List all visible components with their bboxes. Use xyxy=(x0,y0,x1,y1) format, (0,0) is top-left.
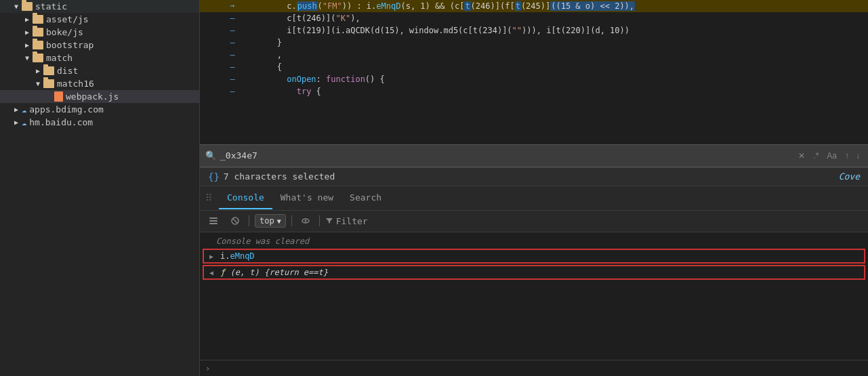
main-panel: → c.push("FM")) : i.eMnqD(s, 1) && (c[t(… xyxy=(200,0,868,376)
code-text: eMnqD xyxy=(230,251,254,261)
sidebar-item-hmbaidu[interactable]: ☁ hm.baidu.com xyxy=(0,116,199,129)
folder-icon xyxy=(33,54,43,62)
status-left: {} 7 characters selected xyxy=(208,171,335,182)
sidebar-item-label: dist xyxy=(57,66,78,76)
svg-line-4 xyxy=(233,219,237,223)
code-line: – } xyxy=(200,37,868,49)
code-content: onOpen: function() { xyxy=(238,73,863,85)
sidebar: static asset/js boke/js bootstrap match … xyxy=(0,0,200,376)
sidebar-item-label: match16 xyxy=(57,79,94,89)
code-line: – i[t(219)](i.aQCDK(d(15), window.md5(c[… xyxy=(200,24,868,37)
separator xyxy=(291,215,292,226)
console-code: ƒ (e, t) {return e==t} xyxy=(220,268,328,277)
format-icon: {} xyxy=(208,171,220,182)
status-bar: {} 7 characters selected Cove xyxy=(200,167,868,186)
arrow-icon xyxy=(22,54,33,62)
code-text: ƒ xyxy=(220,268,225,277)
filter-icon xyxy=(325,217,333,225)
arrow-icon xyxy=(22,41,33,49)
sidebar-item-bootstrap[interactable]: bootstrap xyxy=(0,39,199,51)
sidebar-item-match16[interactable]: match16 xyxy=(0,77,199,90)
search-bar: 🔍 ✕ .* Aa ↑ ↓ xyxy=(200,144,868,167)
arrow-icon xyxy=(22,28,33,36)
code-text: (e, t) {return e==t} xyxy=(230,268,328,277)
clear-console-button[interactable] xyxy=(227,214,243,228)
line-arrow: – xyxy=(227,73,238,85)
dropdown-arrow-icon: ▼ xyxy=(277,217,281,225)
code-line: – onOpen: function() { xyxy=(200,73,868,85)
code-content: } xyxy=(238,37,863,49)
search-prev-button[interactable]: ↑ xyxy=(842,150,852,162)
console-toolbar: top ▼ Filter xyxy=(200,211,868,232)
line-arrow: – xyxy=(227,85,238,98)
separator xyxy=(319,215,320,226)
sidebar-item-label: asset/js xyxy=(46,14,89,24)
code-content: c[t(246)]("K"), xyxy=(238,12,863,24)
tab-whatsnew[interactable]: What's new xyxy=(272,187,342,209)
svg-rect-2 xyxy=(209,223,218,224)
folder-icon xyxy=(33,41,43,49)
svg-point-6 xyxy=(304,220,306,222)
sidebar-toggle-button[interactable] xyxy=(205,214,222,228)
sidebar-item-webpackjs[interactable]: webpack.js xyxy=(0,90,199,103)
folder-icon xyxy=(33,28,43,37)
search-icon: 🔍 xyxy=(205,150,216,161)
case-button[interactable]: Aa xyxy=(824,150,840,162)
sidebar-item-appsbaidu[interactable]: ☁ apps.bdimg.com xyxy=(0,103,199,116)
sidebar-item-bokejs[interactable]: boke/js xyxy=(0,26,199,39)
coverage-label: Cove xyxy=(839,171,860,182)
top-selector[interactable]: top ▼ xyxy=(255,214,286,228)
cloud-icon: ☁ xyxy=(22,105,26,114)
arrow-icon xyxy=(11,119,22,126)
top-label: top xyxy=(260,216,274,226)
chars-selected-text: 7 characters selected xyxy=(224,171,335,182)
console-cleared-msg: Console was cleared xyxy=(200,235,868,247)
sidebar-item-dist[interactable]: dist xyxy=(0,64,199,77)
sidebar-item-label: hm.baidu.com xyxy=(29,117,93,127)
regex-button[interactable]: .* xyxy=(810,150,821,162)
devtools-tabs: ⠿ Console What's new Search xyxy=(200,186,868,211)
line-arrow: – xyxy=(227,61,238,73)
code-line: – c[t(246)]("K"), xyxy=(200,12,868,24)
console-code: i.eMnqD xyxy=(220,251,255,261)
eye-icon-button[interactable] xyxy=(297,214,314,228)
svg-rect-1 xyxy=(209,220,218,222)
console-row-emnqd[interactable]: ▶ i.eMnqD xyxy=(203,249,865,264)
separator xyxy=(249,215,249,226)
tab-search[interactable]: Search xyxy=(342,187,390,209)
tab-console[interactable]: Console xyxy=(219,187,272,209)
arrow-icon xyxy=(33,80,43,87)
sidebar-item-assetjs[interactable]: asset/js xyxy=(0,13,199,26)
search-controls: ✕ .* Aa ↑ ↓ xyxy=(795,150,863,162)
sidebar-item-label: boke/js xyxy=(46,27,83,37)
code-line: → c.push("FM")) : i.eMnqD(s, 1) && (c[t(… xyxy=(200,0,868,12)
line-arrow: → xyxy=(227,0,238,12)
sidebar-item-label: static xyxy=(35,1,67,12)
collapse-arrow-icon: ◀ xyxy=(209,269,218,276)
expand-arrow-icon: ▶ xyxy=(209,253,218,260)
code-line: – try { xyxy=(200,85,868,98)
line-arrow: – xyxy=(227,24,238,37)
console-row-function[interactable]: ◀ ƒ (e, t) {return e==t} xyxy=(203,265,865,280)
code-content: c.push("FM")) : i.eMnqD(s, 1) && (c[t(24… xyxy=(238,0,863,12)
folder-icon xyxy=(43,79,54,88)
folder-icon xyxy=(22,2,33,11)
arrow-icon xyxy=(33,67,43,75)
svg-rect-0 xyxy=(209,217,218,219)
code-content: , xyxy=(238,49,863,61)
search-input[interactable] xyxy=(220,150,791,161)
clear-search-button[interactable]: ✕ xyxy=(795,150,808,162)
prompt-icon: › xyxy=(205,364,210,373)
code-line: – , xyxy=(200,49,868,61)
sidebar-item-label: match xyxy=(46,53,73,63)
code-text: i. xyxy=(220,251,230,261)
sidebar-item-match[interactable]: match xyxy=(0,51,199,64)
cloud-icon: ☁ xyxy=(22,118,26,127)
file-icon xyxy=(54,91,63,102)
sidebar-item-static[interactable]: static xyxy=(0,0,199,13)
sidebar-item-label: apps.bdimg.com xyxy=(29,104,104,114)
search-next-button[interactable]: ↓ xyxy=(853,150,863,162)
line-arrow: – xyxy=(227,12,238,24)
filter-area: Filter xyxy=(325,216,368,226)
folder-icon xyxy=(43,66,54,75)
